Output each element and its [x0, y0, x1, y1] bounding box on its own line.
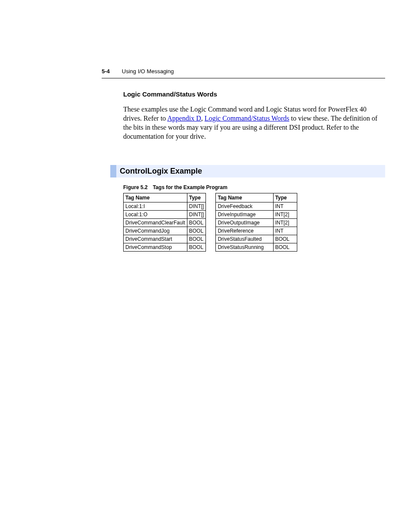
link-logic-words[interactable]: Logic Command/Status Words: [205, 115, 290, 122]
page-number: 5-4: [102, 68, 110, 75]
cell-tagname: DriveCommandJog: [124, 227, 187, 235]
body-paragraph: These examples use the Logic Command wor…: [123, 105, 381, 141]
col-header-tagname: Tag Name: [216, 193, 273, 202]
figure-caption: Figure 5.2 Tags for the Example Program: [123, 184, 381, 190]
cell-type: INT[2]: [273, 219, 297, 227]
tag-table-right: Tag Name Type DriveFeedbackINTDriveInput…: [215, 193, 297, 252]
col-header-type: Type: [187, 193, 206, 202]
table-row: DriveCommandStartBOOL: [124, 235, 206, 243]
cell-type: INT: [273, 227, 297, 235]
cell-type: DINT[]: [187, 211, 206, 219]
table-row: Local:1:ODINT[]: [124, 211, 206, 219]
table-row: DriveInputImageINT[2]: [216, 211, 297, 219]
table-row: DriveCommandJogBOOL: [124, 227, 206, 235]
cell-tagname: DriveInputImage: [216, 211, 273, 219]
page-header: 5-4 Using I/O Messaging: [102, 68, 385, 75]
text-run: ,: [201, 115, 205, 122]
cell-type: DINT[]: [187, 202, 206, 211]
tables-container: Tag Name Type Local:1:IDINT[]Local:1:ODI…: [123, 193, 381, 252]
cell-type: BOOL: [187, 219, 206, 227]
table-row: DriveCommandClearFaultBOOL: [124, 219, 206, 227]
col-header-tagname: Tag Name: [124, 193, 187, 202]
table-row: DriveReferenceINT: [216, 227, 297, 235]
cell-type: BOOL: [187, 227, 206, 235]
cell-tagname: Local:1:I: [124, 202, 187, 211]
cell-tagname: Local:1:O: [124, 211, 187, 219]
table-row: DriveFeedbackINT: [216, 202, 297, 211]
cell-type: BOOL: [187, 235, 206, 243]
link-appendix-d[interactable]: Appendix D: [167, 115, 201, 122]
cell-tagname: DriveCommandStop: [124, 243, 187, 252]
header-title: Using I/O Messaging: [122, 68, 174, 75]
table-row: DriveOutputImageINT[2]: [216, 219, 297, 227]
section-title: ControlLogix Example: [110, 165, 385, 177]
table-row: DriveStatusRunningBOOL: [216, 243, 297, 252]
cell-tagname: DriveCommandStart: [124, 235, 187, 243]
cell-type: INT: [273, 202, 297, 211]
table-row: DriveCommandStopBOOL: [124, 243, 206, 252]
cell-type: BOOL: [273, 235, 297, 243]
cell-type: BOOL: [187, 243, 206, 252]
cell-tagname: DriveStatusRunning: [216, 243, 273, 252]
table-row: Local:1:IDINT[]: [124, 202, 206, 211]
subsection-heading: Logic Command/Status Words: [123, 90, 381, 98]
cell-tagname: DriveCommandClearFault: [124, 219, 187, 227]
table-row: DriveStatusFaultedBOOL: [216, 235, 297, 243]
cell-tagname: DriveFeedback: [216, 202, 273, 211]
tag-table-left: Tag Name Type Local:1:IDINT[]Local:1:ODI…: [123, 193, 206, 252]
header-rule: [102, 78, 385, 78]
cell-tagname: DriveReference: [216, 227, 273, 235]
cell-type: BOOL: [273, 243, 297, 252]
cell-type: INT[2]: [273, 211, 297, 219]
cell-tagname: DriveStatusFaulted: [216, 235, 273, 243]
cell-tagname: DriveOutputImage: [216, 219, 273, 227]
col-header-type: Type: [273, 193, 297, 202]
